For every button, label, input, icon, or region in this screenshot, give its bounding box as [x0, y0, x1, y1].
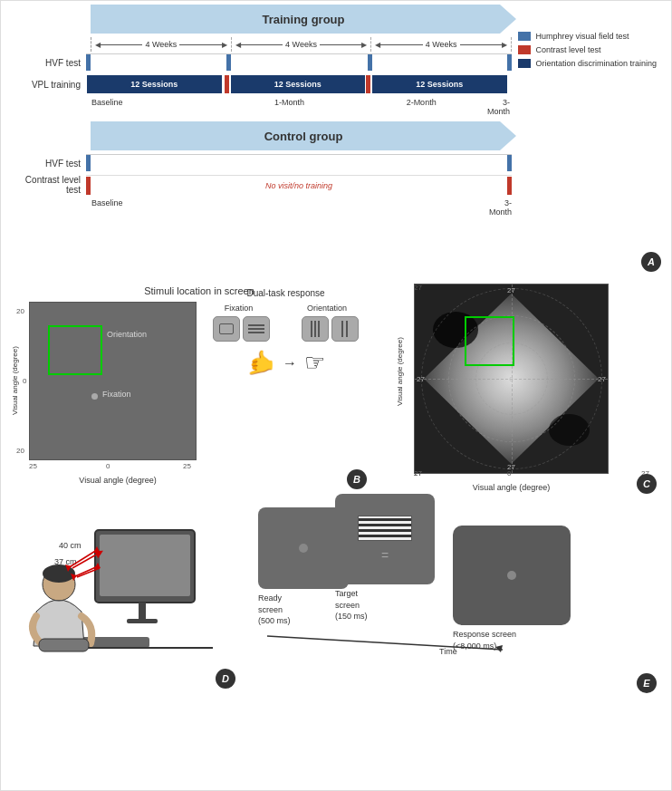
hvf-label: HVF test [9, 58, 86, 68]
svg-rect-8 [39, 639, 89, 651]
sessions2-label: 12 Sessions [231, 75, 366, 93]
panel-c-tick-right: 27 [598, 375, 606, 383]
tick-0-hcenter: 0 [106, 462, 110, 470]
panel-c-tick-top: 27 [507, 286, 515, 294]
ready-dot [299, 544, 308, 553]
panel-d: 40 cm 37 cm D [5, 503, 240, 693]
panel-c-x-left: 27 [414, 469, 422, 477]
svg-rect-1 [100, 535, 190, 596]
legend: Humphrey visual field test Contrast leve… [518, 32, 657, 68]
control-baseline-label: Baseline [91, 198, 489, 217]
sessions1-label: 12 Sessions [87, 75, 222, 93]
panel-a: Training group ◀ 4 Weeks ▶ ◀ 4 Weeks ▶ [9, 5, 661, 272]
tick-20-top: 20 [16, 307, 24, 315]
month1-label: 1-Month [224, 98, 356, 116]
vpl-label: VPL training [9, 80, 86, 90]
week2-label: 4 Weeks [283, 40, 320, 49]
week3-label: 4 Weeks [423, 40, 460, 49]
svg-line-16 [73, 566, 98, 577]
week1-label: 4 Weeks [142, 40, 179, 49]
badge-b: B [347, 469, 367, 489]
legend-orientation-box [518, 59, 531, 68]
month3-label: 3-Month [487, 98, 512, 116]
person-sketch: 40 cm 37 cm [5, 503, 231, 684]
control-month3-label: 3-Month [489, 198, 512, 217]
tick-25-right: 25 [183, 462, 191, 470]
orientation-buttons [302, 316, 359, 342]
panel-c-x-axis: Visual angle (degree) [414, 483, 609, 492]
equal-symbol: = [381, 548, 389, 563]
response-label: Response screen(<8,000 ms) [453, 629, 571, 651]
legend-contrast-text: Contrast level test [535, 45, 600, 54]
tick-25-left: 25 [29, 462, 37, 470]
panel-b-x-axis: Visual angle (degree) [36, 476, 199, 485]
svg-rect-2 [139, 603, 146, 621]
target-screen-container: = Targetscreen(150 ms) [335, 494, 435, 622]
response-screen-container: Response screen(<8,000 ms) [453, 526, 571, 651]
response-dot [507, 571, 516, 580]
legend-hvf-text: Humphrey visual field test [535, 32, 629, 41]
legend-hvf-box [518, 32, 531, 41]
control-group-label: Control group [91, 121, 516, 150]
panel-b-y-axis: Visual angle (degree) [11, 313, 19, 449]
tick-0-mid: 0 [23, 377, 26, 385]
tick-20-bot: 20 [16, 447, 24, 455]
panel-e: Readyscreen(500 ms) = Targetscreen(150 m… [249, 498, 661, 698]
panel-c-tick-left: 27 [417, 375, 425, 383]
badge-a: A [641, 252, 661, 272]
no-visit-label: No visit/no training [95, 177, 503, 195]
panel-c-outer-top: 27 [414, 284, 422, 292]
dual-task-panel: Dual-task response Fixation Orientation [197, 288, 374, 447]
hand-right-icon: ☞ [304, 349, 325, 377]
sessions3-label: 12 Sessions [372, 75, 507, 93]
hand-left-icon: 🤙 [246, 349, 275, 377]
arrow-right-icon: → [283, 355, 297, 371]
fixation-dot [91, 393, 98, 400]
control-hvf-label: HVF test [9, 159, 86, 169]
training-group-label: Training group [91, 5, 516, 34]
badge-d: D [216, 669, 235, 689]
stripes-stimulus [358, 516, 412, 541]
orientation-col-label: Orientation [307, 304, 347, 313]
orientation-text: Orientation [107, 330, 147, 339]
badge-c: C [637, 474, 657, 494]
fixation-col-label: Fixation [225, 304, 254, 313]
legend-orientation-text: Orientation discrimination training [535, 59, 657, 68]
target-screen: = [335, 494, 435, 584]
target-label: Targetscreen(150 ms) [335, 588, 435, 622]
response-screen [453, 526, 571, 625]
svg-text:40 cm: 40 cm [59, 541, 82, 550]
svg-rect-3 [127, 619, 158, 623]
baseline-label: Baseline [91, 98, 224, 116]
panel-c-center-label: 0 [509, 375, 513, 383]
badge-e: E [637, 673, 657, 693]
panel-c: Visual angle (degree) 27 27 27 27 0 27 2… [394, 276, 657, 494]
fixation-text: Fixation [102, 390, 131, 399]
panel-c-x-mid: 0 [507, 469, 511, 477]
fixation-buttons [213, 316, 270, 342]
contrast-label: Contrast level test [9, 175, 86, 195]
legend-contrast-box [518, 45, 531, 54]
panel-c-green-square [465, 316, 514, 366]
orientation-square [48, 325, 102, 375]
dual-task-title: Dual-task response [197, 288, 374, 298]
panel-c-y-axis: Visual angle (degree) [396, 294, 404, 449]
month2-label: 2-Month [355, 98, 487, 116]
